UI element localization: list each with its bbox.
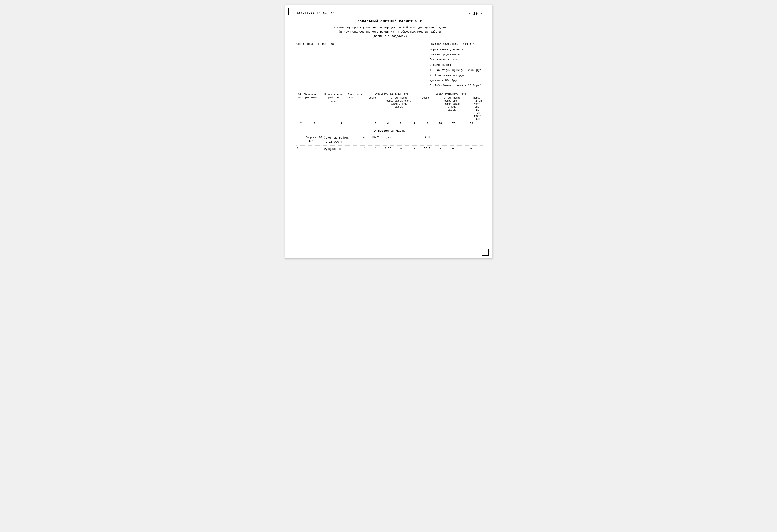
cn-9: 9: [421, 122, 434, 125]
row2-col6: 0,55: [381, 147, 394, 150]
column-numbers-row: I 2 3 4 5 6 7= 8 9 IO II I2: [297, 121, 483, 126]
cost-line: Сметная стоимость – 519 т.р.: [430, 42, 483, 46]
th-naim: Наименование работ и затрат: [320, 93, 348, 120]
row1-col10: –: [434, 136, 447, 139]
row1-col11: –: [447, 136, 459, 139]
th-stoimost-block: Стоимость единицы, руб. Общая стоимость,…: [366, 93, 483, 120]
th-stoimost-total-label: Общая стоимость, руб.: [419, 93, 483, 95]
document-subtitle: к типовому проекту спального корпуса на …: [297, 25, 483, 38]
cn-10: IO: [434, 122, 447, 125]
th-ed: Един. изм.: [347, 93, 356, 120]
th-vsego-total: Всего: [419, 96, 432, 120]
th-stoimost-unit-label: Стоимость единицы, руб.: [366, 93, 419, 95]
info-left: Составлена в ценах 1969г.: [297, 42, 338, 89]
row2-col12: –: [459, 147, 483, 150]
row2-col10: –: [434, 147, 447, 150]
th-stoimost-subs: Всего в том числе:основ.зарпл. эксп.маши…: [366, 96, 483, 120]
cn-5: 5: [369, 122, 381, 125]
th-nn: №№ пп.: [297, 93, 303, 120]
cn-8: 8: [408, 122, 421, 125]
norm-line1: Нормативная условно-: [430, 47, 483, 52]
cn-4: 4: [359, 122, 369, 125]
row1-obosn: См.расч. №I п.I,4: [305, 136, 324, 143]
corner-mark-br: [488, 249, 489, 255]
document-title: ЛОКАЛЬНЫЙ СМЕТНЫЙ РАСЧЕТ № 2: [297, 20, 483, 23]
indicators-line: Показатели по смете:: [430, 58, 483, 62]
row1-ed: м3: [359, 136, 369, 139]
corner-mark-tl: [288, 8, 289, 15]
header-row: 24I-02-29.85 Ал. 11 - 19 -: [297, 12, 483, 15]
row2-kol: ": [369, 147, 381, 150]
page-number: - 19 -: [469, 12, 483, 15]
cn-6: 6: [381, 122, 394, 125]
th-vtch-unit: в том числе:основ.зарпл. эксп.машин в т.…: [379, 96, 419, 120]
row1-col8: –: [408, 136, 421, 139]
cn-1: I: [297, 122, 305, 125]
subtitle-line-2: (в крупнопанельных конструкциях) на обще…: [297, 30, 483, 34]
section-a-heading: А.Подземная часть: [297, 129, 483, 132]
subtitle-line-1: к типовому проекту спального корпуса на …: [297, 25, 483, 30]
row2-ed: ": [359, 147, 369, 150]
table-row: I. См.расч. №I п.I,4 Земляные работы(0,I…: [297, 134, 483, 146]
th-kol: Колич.: [356, 93, 366, 120]
row1-naim-text: Земляные работы(0,I5+0,07): [324, 136, 349, 144]
subtitle-line-3: (вариант в подвалом): [297, 34, 483, 38]
row2-naim: Фундаменты: [324, 147, 359, 151]
cn-11: II: [447, 122, 459, 125]
row2-obosn: –"– п.2: [305, 147, 324, 150]
cn-2: 2: [305, 122, 324, 125]
cn-12: I2: [459, 122, 483, 125]
row2-col9: IO,I: [421, 147, 434, 150]
unit-cost-line: I. Расчетную единицу – 2030 руб.: [430, 68, 483, 73]
th-normativnoy: Норма- тивной усло- вно-чис- той продук-…: [472, 96, 483, 120]
sqm-line1: 2. I м2 общей площади: [430, 73, 483, 78]
table-header-row1: №№ пп. Обоснован. расценок Наименование …: [297, 91, 483, 121]
th-obosn: Обоснован. расценок: [303, 93, 320, 120]
info-section: Составлена в ценах 1969г. Сметная стоимо…: [297, 42, 483, 89]
sqm-line2: здания – I04,0руб.: [430, 78, 483, 83]
volume-line: 3. Iм3 объема здания – 28,0 руб.: [430, 83, 483, 88]
row2-col7: –: [394, 147, 408, 150]
info-right: Сметная стоимость – 519 т.р. Нормативная…: [430, 42, 483, 89]
row2-col8: –: [408, 147, 421, 150]
norm-line2: чистая продукция – т.р.: [430, 52, 483, 57]
compiled-date: Составлена в ценах 1969г.: [297, 42, 338, 46]
row1-col7: –: [394, 136, 408, 139]
cost-for-line: Стоимость на:: [430, 63, 483, 68]
document-page: 24I-02-29.85 Ал. 11 - 19 - ЛОКАЛЬНЫЙ СМЕ…: [285, 5, 492, 258]
cn-3: 3: [324, 122, 359, 125]
row2-col11: –: [447, 147, 459, 150]
row1-nn: I.: [297, 136, 305, 139]
row1-col9: 4,0: [421, 136, 434, 139]
row2-nn: 2.: [297, 147, 305, 150]
table-row: 2. –"– п.2 Фундаменты " " 0,55 – – IO,I …: [297, 146, 483, 152]
th-stoimost-header: Стоимость единицы, руб. Общая стоимость,…: [366, 93, 483, 96]
th-vsego-unit: Всего: [366, 96, 379, 120]
row1-col6: 0,22: [381, 136, 394, 139]
th-vtch-total: в том числе:основ.эксп.зарпл.машинв т.ч.…: [432, 96, 472, 120]
doc-reference: 24I-02-29.85 Ал. 11: [297, 12, 335, 15]
cn-7: 7=: [394, 122, 408, 125]
row1-naim: Земляные работы(0,I5+0,07): [324, 136, 359, 144]
section-a-title: А.Подземная часть: [374, 129, 405, 132]
row1-col12: –: [459, 136, 483, 139]
row1-kol: I8279: [369, 136, 381, 139]
title-section: ЛОКАЛЬНЫЙ СМЕТНЫЙ РАСЧЕТ № 2 к типовому …: [297, 20, 483, 38]
